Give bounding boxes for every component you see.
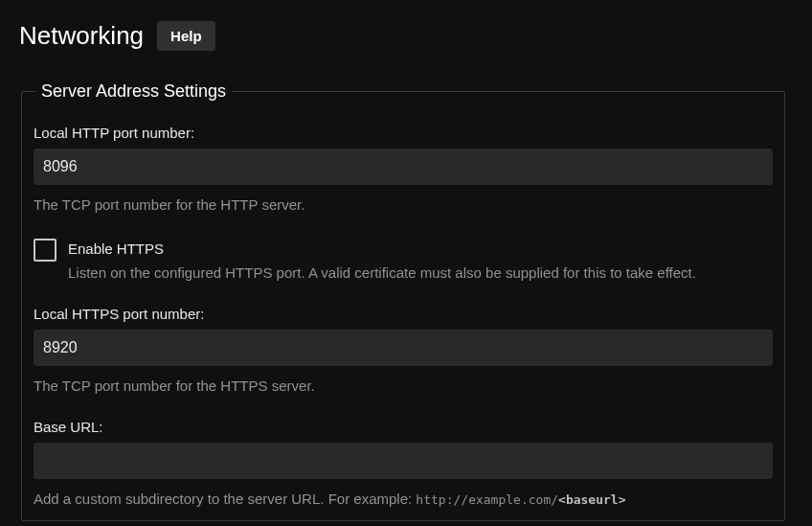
http-port-desc: The TCP port number for the HTTP server.: [34, 194, 773, 215]
enable-https-checkbox[interactable]: [34, 239, 56, 262]
enable-https-text: Enable HTTPS Listen on the configured HT…: [68, 238, 773, 283]
page-content: Server Address Settings Local HTTP port …: [0, 62, 812, 521]
http-port-label: Local HTTP port number:: [34, 125, 773, 141]
enable-https-desc: Listen on the configured HTTPS port. A v…: [68, 264, 696, 281]
server-address-settings-group: Server Address Settings Local HTTP port …: [21, 81, 785, 521]
http-port-input[interactable]: [34, 149, 773, 185]
base-url-desc: Add a custom subdirectory to the server …: [34, 489, 773, 509]
page-title: Networking: [19, 21, 144, 51]
https-port-label: Local HTTPS port number:: [34, 306, 773, 322]
base-url-input[interactable]: [34, 443, 773, 479]
enable-https-label: Enable HTTPS: [68, 238, 773, 257]
group-legend: Server Address Settings: [35, 81, 232, 102]
base-url-field: Base URL: Add a custom subdirectory to t…: [34, 419, 773, 509]
https-port-input[interactable]: [34, 330, 773, 366]
base-url-label: Base URL:: [34, 419, 773, 435]
enable-https-field: Enable HTTPS Listen on the configured HT…: [34, 238, 773, 283]
help-button[interactable]: Help: [157, 21, 215, 51]
page-header: Networking Help: [0, 0, 812, 62]
base-url-desc-text: Add a custom subdirectory to the server …: [34, 491, 416, 507]
base-url-desc-code: http://example.com/<baseurl>: [416, 492, 625, 507]
http-port-field: Local HTTP port number: The TCP port num…: [34, 125, 773, 215]
https-port-desc: The TCP port number for the HTTPS server…: [34, 376, 773, 396]
https-port-field: Local HTTPS port number: The TCP port nu…: [34, 306, 773, 396]
